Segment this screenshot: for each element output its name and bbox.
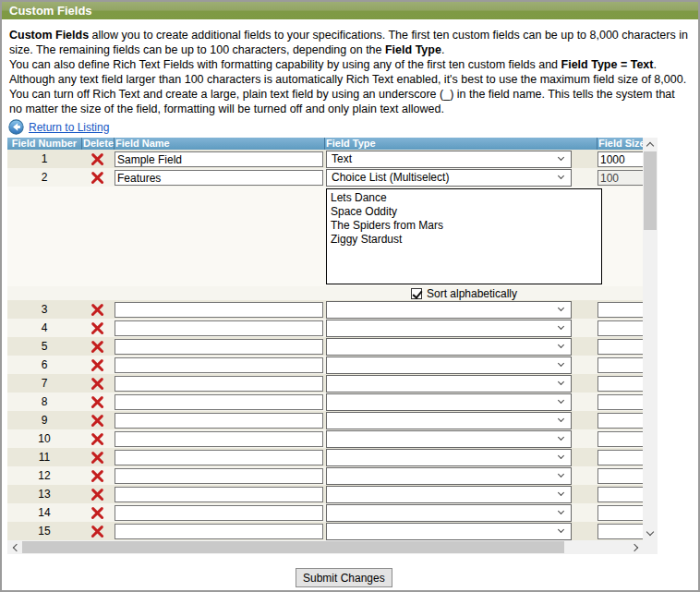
field-name-input[interactable]	[115, 468, 323, 484]
scroll-up-button[interactable]	[643, 138, 658, 151]
field-size-input[interactable]	[597, 320, 643, 336]
horizontal-scroll-thumb[interactable]	[22, 541, 564, 553]
delete-button[interactable]	[81, 414, 114, 428]
header-delete: Delete	[81, 138, 114, 150]
submit-changes-button[interactable]: Submit Changes	[296, 568, 392, 587]
field-name-input[interactable]	[115, 524, 323, 539]
field-name-input[interactable]	[115, 339, 323, 355]
field-size-input[interactable]	[597, 357, 643, 373]
delete-button[interactable]	[81, 469, 114, 483]
field-name-input[interactable]	[115, 505, 323, 521]
field-type-select[interactable]	[326, 301, 572, 319]
red-x-icon	[91, 451, 104, 465]
table-row: 3	[7, 300, 643, 319]
field-size-input[interactable]	[597, 524, 643, 539]
delete-button[interactable]	[81, 303, 114, 317]
vertical-scroll-thumb[interactable]	[644, 151, 657, 230]
delete-button[interactable]	[81, 432, 114, 446]
field-name-input[interactable]	[115, 320, 323, 336]
field-size-input[interactable]	[597, 376, 643, 392]
field-number: 4	[7, 321, 81, 334]
field-type-select[interactable]	[326, 486, 572, 503]
delete-button[interactable]	[81, 321, 114, 335]
chevron-down-icon	[558, 471, 564, 477]
field-name-input[interactable]	[115, 170, 323, 186]
field-type-select[interactable]	[326, 356, 572, 374]
field-type-select[interactable]	[326, 504, 572, 522]
field-name-input[interactable]	[115, 487, 323, 502]
field-size-input[interactable]	[597, 505, 643, 521]
field-size-input[interactable]	[597, 487, 643, 502]
vertical-scrollbar[interactable]	[643, 138, 658, 540]
delete-button[interactable]	[81, 377, 114, 391]
listbox-option[interactable]: Space Oddity	[327, 205, 601, 219]
field-size-input[interactable]	[597, 151, 643, 167]
table-row: 9	[7, 411, 643, 429]
intro-text: Custom Fields allow you to create additi…	[9, 28, 691, 116]
back-arrow-icon[interactable]	[8, 119, 24, 135]
scroll-right-button[interactable]	[628, 540, 643, 554]
horizontal-scrollbar[interactable]	[7, 540, 643, 554]
field-type-select[interactable]: Choice List (Multiselect)	[326, 169, 572, 187]
listbox-option[interactable]: Lets Dance	[327, 191, 601, 205]
field-type-select[interactable]	[326, 338, 572, 356]
field-type-select[interactable]	[326, 412, 572, 429]
field-number: 3	[7, 303, 81, 316]
choice-list-row: Lets Dance Space Oddity The Spiders from…	[7, 187, 643, 286]
sort-option-row: Sort alphabetically	[7, 286, 643, 300]
delete-button[interactable]	[81, 488, 114, 501]
field-type-select[interactable]	[326, 430, 572, 448]
scroll-left-button[interactable]	[7, 540, 22, 554]
vertical-scroll-track[interactable]	[643, 151, 658, 526]
table-row: 12	[7, 466, 643, 485]
table-row: 8	[7, 393, 643, 411]
horizontal-scroll-track[interactable]	[22, 540, 628, 554]
field-size-input[interactable]	[597, 468, 643, 484]
delete-button[interactable]	[81, 395, 114, 409]
field-size-input[interactable]	[597, 413, 643, 429]
field-type-select[interactable]	[326, 393, 572, 411]
delete-button[interactable]	[81, 525, 114, 538]
table-row: 11	[7, 448, 643, 466]
delete-button[interactable]	[81, 340, 114, 354]
red-x-icon	[91, 414, 104, 428]
delete-button[interactable]	[81, 152, 114, 166]
field-name-input[interactable]	[115, 151, 323, 167]
table-row: 5	[7, 337, 643, 356]
field-type-select[interactable]	[326, 523, 572, 540]
scroll-down-button[interactable]	[643, 526, 658, 540]
delete-button[interactable]	[81, 506, 114, 520]
field-name-input[interactable]	[115, 431, 323, 447]
field-type-select[interactable]	[326, 375, 572, 393]
field-size-input[interactable]	[597, 450, 643, 465]
return-to-listing-link[interactable]: Return to Listing	[29, 121, 109, 134]
field-type-select[interactable]	[326, 467, 572, 485]
delete-button[interactable]	[81, 358, 114, 372]
chevron-down-icon	[558, 305, 564, 311]
red-x-icon	[91, 152, 104, 166]
listbox-option[interactable]: The Spiders from Mars	[327, 219, 601, 233]
field-name-input[interactable]	[115, 302, 323, 318]
field-number: 14	[7, 506, 81, 519]
field-size-input[interactable]	[597, 431, 643, 447]
chevron-down-icon	[558, 323, 564, 330]
field-type-select[interactable]: Text	[326, 151, 572, 168]
delete-button[interactable]	[81, 171, 114, 185]
field-size-input[interactable]	[597, 302, 643, 318]
options-listbox[interactable]: Lets Dance Space Oddity The Spiders from…	[326, 188, 602, 284]
field-size-input[interactable]	[597, 339, 643, 355]
field-type-select[interactable]	[326, 449, 572, 466]
field-size-input[interactable]	[597, 170, 643, 186]
red-x-icon	[91, 340, 104, 354]
field-name-input[interactable]	[115, 357, 323, 373]
field-name-input[interactable]	[115, 450, 323, 465]
field-name-input[interactable]	[115, 394, 323, 410]
sort-alphabetically-checkbox[interactable]	[411, 288, 422, 299]
field-name-input[interactable]	[115, 376, 323, 392]
delete-button[interactable]	[81, 451, 114, 465]
listbox-option[interactable]: Ziggy Stardust	[327, 233, 601, 247]
field-size-input[interactable]	[597, 394, 643, 410]
field-name-input[interactable]	[115, 413, 323, 429]
red-x-icon	[91, 488, 104, 501]
field-type-select[interactable]	[326, 320, 572, 337]
